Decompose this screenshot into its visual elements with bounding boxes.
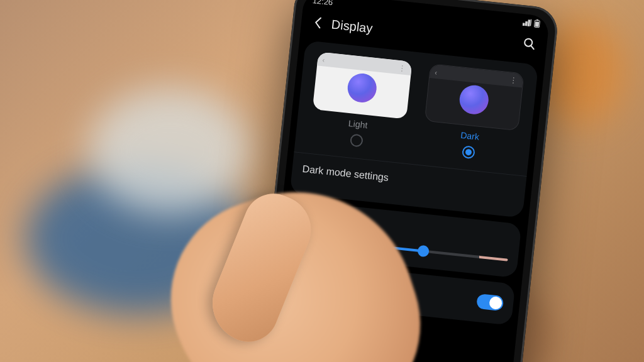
svg-line-4 bbox=[531, 46, 534, 49]
brightness-slider-thumb[interactable] bbox=[418, 245, 430, 258]
signal-icon bbox=[522, 18, 531, 26]
status-time: 12:26 bbox=[312, 0, 333, 7]
toggle-knob bbox=[489, 296, 502, 310]
search-button[interactable] bbox=[522, 36, 538, 53]
theme-option-light[interactable]: ‹ ⋮ Light bbox=[305, 52, 415, 152]
theme-radio-light[interactable] bbox=[349, 133, 363, 147]
adaptive-brightness-toggle[interactable] bbox=[476, 293, 504, 311]
theme-radio-dark[interactable] bbox=[461, 145, 475, 159]
theme-option-dark[interactable]: ‹ ⋮ Dark bbox=[417, 63, 527, 163]
svg-rect-2 bbox=[535, 21, 539, 27]
theme-card: ‹ ⋮ Light ‹ ⋮ Dark bbox=[290, 40, 539, 218]
theme-label-light: Light bbox=[348, 118, 368, 130]
kebab-icon: ⋮ bbox=[509, 76, 518, 85]
theme-preview-light: ‹ ⋮ bbox=[312, 52, 412, 119]
theme-preview-dark: ‹ ⋮ bbox=[424, 63, 524, 131]
theme-label-dark: Dark bbox=[460, 130, 480, 142]
svg-rect-1 bbox=[536, 19, 538, 21]
battery-icon bbox=[533, 19, 540, 28]
back-button[interactable] bbox=[309, 14, 326, 31]
kebab-icon: ⋮ bbox=[398, 63, 406, 73]
